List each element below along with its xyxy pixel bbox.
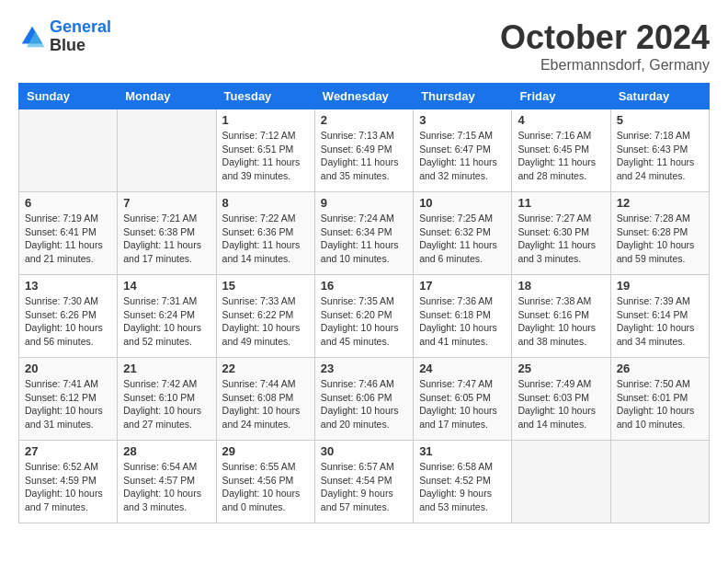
day-info: Sunrise: 7:39 AM Sunset: 6:14 PM Dayligh… — [617, 294, 703, 349]
day-info: Sunrise: 7:50 AM Sunset: 6:01 PM Dayligh… — [617, 377, 703, 431]
day-number: 1 — [222, 113, 309, 127]
day-number: 19 — [617, 279, 703, 293]
day-number: 28 — [123, 444, 210, 458]
day-info: Sunrise: 7:24 AM Sunset: 6:34 PM Dayligh… — [321, 212, 407, 266]
day-of-week-header: Thursday — [414, 84, 512, 109]
calendar-cell: 22Sunrise: 7:44 AM Sunset: 6:08 PM Dayli… — [216, 358, 314, 441]
day-info: Sunrise: 7:33 AM Sunset: 6:22 PM Dayligh… — [222, 294, 309, 349]
day-of-week-header: Sunday — [19, 84, 118, 109]
day-info: Sunrise: 7:30 AM Sunset: 6:26 PM Dayligh… — [25, 294, 111, 349]
calendar-cell: 1Sunrise: 7:12 AM Sunset: 6:51 PM Daylig… — [216, 109, 314, 192]
day-info: Sunrise: 7:38 AM Sunset: 6:16 PM Dayligh… — [518, 294, 604, 349]
calendar-cell: 28Sunrise: 6:54 AM Sunset: 4:57 PM Dayli… — [118, 441, 216, 523]
calendar-cell — [610, 441, 709, 523]
day-number: 15 — [222, 279, 309, 293]
day-info: Sunrise: 7:15 AM Sunset: 6:47 PM Dayligh… — [419, 129, 506, 183]
day-number: 11 — [518, 196, 604, 210]
page-header: General Blue October 2024 Ebermannsdorf,… — [18, 18, 710, 74]
day-info: Sunrise: 6:55 AM Sunset: 4:56 PM Dayligh… — [222, 460, 309, 514]
day-info: Sunrise: 7:46 AM Sunset: 6:06 PM Dayligh… — [321, 377, 407, 431]
day-of-week-header: Wednesday — [314, 84, 413, 109]
calendar-week-row: 1Sunrise: 7:12 AM Sunset: 6:51 PM Daylig… — [19, 109, 710, 192]
calendar-cell: 24Sunrise: 7:47 AM Sunset: 6:05 PM Dayli… — [414, 358, 512, 441]
day-number: 3 — [419, 113, 506, 127]
day-of-week-header: Saturday — [610, 84, 709, 109]
day-info: Sunrise: 7:21 AM Sunset: 6:38 PM Dayligh… — [123, 212, 210, 266]
day-info: Sunrise: 7:12 AM Sunset: 6:51 PM Dayligh… — [222, 129, 309, 183]
day-info: Sunrise: 6:57 AM Sunset: 4:54 PM Dayligh… — [321, 460, 407, 514]
day-info: Sunrise: 7:27 AM Sunset: 6:30 PM Dayligh… — [518, 212, 604, 266]
day-number: 6 — [25, 196, 111, 210]
calendar-cell: 3Sunrise: 7:15 AM Sunset: 6:47 PM Daylig… — [414, 109, 512, 192]
day-info: Sunrise: 7:25 AM Sunset: 6:32 PM Dayligh… — [419, 212, 506, 266]
calendar-cell: 8Sunrise: 7:22 AM Sunset: 6:36 PM Daylig… — [216, 192, 314, 275]
day-number: 22 — [222, 362, 309, 375]
calendar-cell: 18Sunrise: 7:38 AM Sunset: 6:16 PM Dayli… — [512, 275, 610, 358]
day-number: 25 — [518, 362, 604, 375]
calendar-cell: 26Sunrise: 7:50 AM Sunset: 6:01 PM Dayli… — [610, 358, 709, 441]
calendar-cell: 29Sunrise: 6:55 AM Sunset: 4:56 PM Dayli… — [216, 441, 314, 523]
calendar-cell: 14Sunrise: 7:31 AM Sunset: 6:24 PM Dayli… — [118, 275, 216, 358]
day-number: 17 — [419, 279, 506, 293]
day-number: 27 — [25, 444, 111, 458]
day-info: Sunrise: 6:52 AM Sunset: 4:59 PM Dayligh… — [25, 460, 111, 514]
day-info: Sunrise: 7:36 AM Sunset: 6:18 PM Dayligh… — [419, 294, 506, 349]
calendar-cell: 21Sunrise: 7:42 AM Sunset: 6:10 PM Dayli… — [118, 358, 216, 441]
calendar-cell: 7Sunrise: 7:21 AM Sunset: 6:38 PM Daylig… — [118, 192, 216, 275]
day-number: 8 — [222, 196, 309, 210]
day-info: Sunrise: 7:49 AM Sunset: 6:03 PM Dayligh… — [518, 377, 604, 431]
calendar-cell: 13Sunrise: 7:30 AM Sunset: 6:26 PM Dayli… — [19, 275, 118, 358]
calendar-week-row: 6Sunrise: 7:19 AM Sunset: 6:41 PM Daylig… — [19, 192, 710, 275]
calendar-cell: 12Sunrise: 7:28 AM Sunset: 6:28 PM Dayli… — [610, 192, 709, 275]
calendar-cell: 9Sunrise: 7:24 AM Sunset: 6:34 PM Daylig… — [314, 192, 413, 275]
day-number: 7 — [123, 196, 210, 210]
days-of-week-header: SundayMondayTuesdayWednesdayThursdayFrid… — [19, 84, 710, 109]
day-info: Sunrise: 7:35 AM Sunset: 6:20 PM Dayligh… — [321, 294, 407, 349]
day-info: Sunrise: 7:28 AM Sunset: 6:28 PM Dayligh… — [617, 212, 703, 266]
day-info: Sunrise: 7:19 AM Sunset: 6:41 PM Dayligh… — [25, 212, 111, 266]
day-number: 14 — [123, 279, 210, 293]
calendar-cell: 4Sunrise: 7:16 AM Sunset: 6:45 PM Daylig… — [512, 109, 610, 192]
day-number: 31 — [419, 444, 506, 458]
day-number: 29 — [222, 444, 309, 458]
day-number: 21 — [123, 362, 210, 375]
day-info: Sunrise: 7:42 AM Sunset: 6:10 PM Dayligh… — [123, 377, 210, 431]
day-info: Sunrise: 7:18 AM Sunset: 6:43 PM Dayligh… — [617, 129, 703, 183]
calendar-cell: 6Sunrise: 7:19 AM Sunset: 6:41 PM Daylig… — [19, 192, 118, 275]
day-number: 9 — [321, 196, 407, 210]
calendar-week-row: 27Sunrise: 6:52 AM Sunset: 4:59 PM Dayli… — [19, 441, 710, 523]
day-info: Sunrise: 7:16 AM Sunset: 6:45 PM Dayligh… — [518, 129, 604, 183]
calendar-cell: 25Sunrise: 7:49 AM Sunset: 6:03 PM Dayli… — [512, 358, 610, 441]
calendar-cell: 16Sunrise: 7:35 AM Sunset: 6:20 PM Dayli… — [314, 275, 413, 358]
calendar-cell: 5Sunrise: 7:18 AM Sunset: 6:43 PM Daylig… — [610, 109, 709, 192]
calendar-cell: 23Sunrise: 7:46 AM Sunset: 6:06 PM Dayli… — [314, 358, 413, 441]
location-title: Ebermannsdorf, Germany — [500, 57, 710, 74]
logo: General Blue — [18, 18, 111, 55]
calendar-body: 1Sunrise: 7:12 AM Sunset: 6:51 PM Daylig… — [19, 109, 710, 523]
calendar-cell: 11Sunrise: 7:27 AM Sunset: 6:30 PM Dayli… — [512, 192, 610, 275]
day-number: 30 — [321, 444, 407, 458]
day-number: 13 — [25, 279, 111, 293]
logo-text: General Blue — [50, 18, 111, 55]
calendar-cell — [512, 441, 610, 523]
calendar-cell: 30Sunrise: 6:57 AM Sunset: 4:54 PM Dayli… — [314, 441, 413, 523]
calendar-cell: 17Sunrise: 7:36 AM Sunset: 6:18 PM Dayli… — [414, 275, 512, 358]
day-number: 24 — [419, 362, 506, 375]
day-info: Sunrise: 6:54 AM Sunset: 4:57 PM Dayligh… — [123, 460, 210, 514]
day-number: 16 — [321, 279, 407, 293]
title-section: October 2024 Ebermannsdorf, Germany — [500, 18, 710, 74]
day-info: Sunrise: 7:44 AM Sunset: 6:08 PM Dayligh… — [222, 377, 309, 431]
calendar-cell: 19Sunrise: 7:39 AM Sunset: 6:14 PM Dayli… — [610, 275, 709, 358]
calendar-cell: 2Sunrise: 7:13 AM Sunset: 6:49 PM Daylig… — [314, 109, 413, 192]
calendar-cell: 10Sunrise: 7:25 AM Sunset: 6:32 PM Dayli… — [414, 192, 512, 275]
calendar-cell: 31Sunrise: 6:58 AM Sunset: 4:52 PM Dayli… — [414, 441, 512, 523]
calendar-cell: 27Sunrise: 6:52 AM Sunset: 4:59 PM Dayli… — [19, 441, 118, 523]
day-info: Sunrise: 7:13 AM Sunset: 6:49 PM Dayligh… — [321, 129, 407, 183]
day-of-week-header: Monday — [118, 84, 216, 109]
day-of-week-header: Tuesday — [216, 84, 314, 109]
calendar-cell — [19, 109, 118, 192]
day-number: 18 — [518, 279, 604, 293]
day-info: Sunrise: 7:47 AM Sunset: 6:05 PM Dayligh… — [419, 377, 506, 431]
day-number: 23 — [321, 362, 407, 375]
calendar-cell — [118, 109, 216, 192]
